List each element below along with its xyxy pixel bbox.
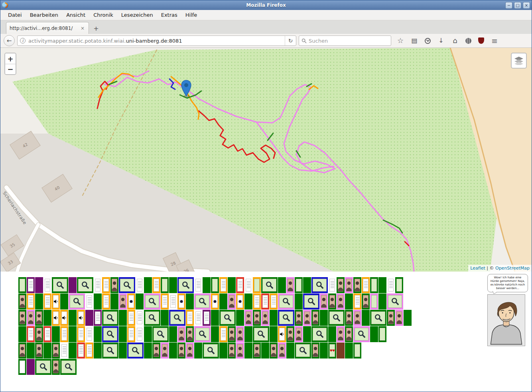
timeline-cell[interactable] [261,310,269,326]
timeline-cell[interactable] [244,310,252,326]
timeline-cell[interactable] [295,326,303,342]
timeline-cell[interactable] [69,294,85,309]
timeline-cell[interactable] [353,277,361,293]
timeline-cell[interactable] [177,343,185,359]
timeline-cell[interactable] [69,326,77,342]
timeline-cell[interactable] [370,326,378,342]
timeline-cell[interactable] [211,326,219,342]
timeline-cell[interactable] [186,343,194,359]
timeline-cell[interactable] [127,294,135,309]
timeline-cell[interactable] [395,310,403,326]
timeline-cell[interactable] [194,310,202,326]
timeline-cell[interactable] [144,294,160,309]
timeline-cell[interactable] [278,310,294,326]
timeline-cell[interactable] [203,310,211,326]
timeline-cell[interactable] [370,277,378,293]
timeline-cell[interactable] [194,326,211,342]
tab-close-icon[interactable]: × [80,26,85,31]
timeline-cell[interactable] [119,343,127,359]
timeline-cell[interactable] [127,326,135,342]
timeline-cell[interactable] [337,343,345,359]
timeline-cell[interactable] [119,294,127,309]
timeline-cell[interactable] [244,326,252,342]
timeline-cell[interactable] [102,294,110,309]
timeline-cell[interactable] [404,310,412,326]
timeline-cell[interactable] [27,294,35,309]
ublock-shield-icon[interactable] [478,37,484,44]
timeline-cell[interactable] [203,277,211,293]
timeline-cell[interactable] [203,343,219,359]
timeline-cell[interactable] [244,343,252,359]
timeline-cell[interactable] [177,294,185,309]
timeline-cell[interactable] [236,294,244,309]
timeline-cell[interactable] [169,294,177,309]
timeline-cell[interactable] [144,277,152,293]
timeline-cell[interactable] [94,294,102,309]
timeline-cell[interactable] [60,310,68,326]
timeline-cell[interactable] [43,343,51,359]
timeline-cell[interactable] [270,294,278,309]
timeline-cell[interactable] [311,343,319,359]
timeline-cell[interactable] [328,277,336,293]
timeline-cell[interactable] [353,294,361,309]
timeline-cell[interactable] [52,343,60,359]
maximize-button[interactable]: □ [514,2,521,9]
timeline-cell[interactable] [18,343,26,359]
timeline-cell[interactable] [85,343,93,359]
timeline-cell[interactable] [244,294,252,309]
timeline-cell[interactable] [18,277,26,293]
timeline-cell[interactable] [186,326,194,342]
timeline-cell[interactable] [236,277,244,293]
timeline-cell[interactable] [337,277,345,293]
timeline-cell[interactable] [362,294,370,309]
timeline-cell[interactable] [102,310,118,326]
leaflet-link[interactable]: Leaflet [470,266,485,271]
timeline-cell[interactable] [228,343,236,359]
timeline-cell[interactable] [303,310,311,326]
timeline-cell[interactable] [35,277,43,293]
timeline-cell[interactable] [27,310,35,326]
reload-button[interactable]: ↻ [285,36,296,45]
timeline-cell[interactable] [27,277,35,293]
timeline-cell[interactable] [236,343,244,359]
timeline-cell[interactable] [27,359,35,375]
timeline-cell[interactable] [119,326,127,342]
timeline-cell[interactable] [219,277,227,293]
timeline-cell[interactable] [77,277,93,293]
timeline-cell[interactable] [328,294,336,309]
timeline-cell[interactable] [270,310,278,326]
timeline-cell[interactable] [244,277,252,293]
timeline-cell[interactable] [119,277,135,293]
timeline-cell[interactable] [270,343,278,359]
timeline-cell[interactable]: ♥♥ [328,343,336,359]
bookmarks-menu-icon[interactable]: ▤ [411,37,418,44]
timeline-cell[interactable] [387,294,403,309]
timeline-cell[interactable] [144,310,160,326]
timeline-cell[interactable] [353,343,361,359]
timeline-cell[interactable] [169,343,177,359]
timeline-cell[interactable] [387,310,395,326]
timeline-cell[interactable] [219,326,227,342]
menu-item-bearbeiten[interactable]: Bearbeiten [26,11,62,19]
timeline-cell[interactable] [43,277,51,293]
timeline-cell[interactable] [102,277,110,293]
timeline-cell[interactable] [345,294,353,309]
zoom-in-button[interactable]: + [5,53,16,64]
timeline-cell[interactable] [169,326,177,342]
downloads-icon[interactable]: ↓ [437,37,445,44]
timeline-cell[interactable] [286,277,294,293]
timeline-cell[interactable] [228,277,236,293]
timeline-cell[interactable] [228,294,236,309]
timeline-cell[interactable] [152,343,160,359]
timeline-cell[interactable] [18,294,26,309]
timeline-cell[interactable] [337,294,345,309]
timeline-cell[interactable] [35,359,51,375]
timeline-cell[interactable] [60,343,68,359]
timeline-cell[interactable] [278,277,286,293]
menu-item-datei[interactable]: Datei [4,11,26,19]
timeline-cell[interactable] [194,277,202,293]
timeline-cell[interactable] [177,326,185,342]
timeline-cell[interactable] [286,326,294,342]
timeline-cell[interactable] [144,343,152,359]
timeline-cell[interactable] [337,326,345,342]
